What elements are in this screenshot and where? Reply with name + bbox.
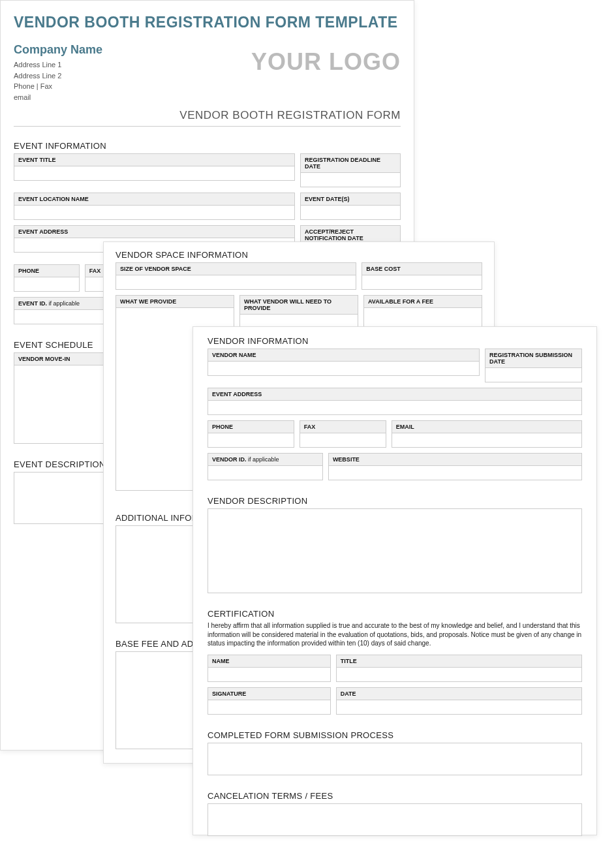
input-date[interactable]	[336, 700, 582, 715]
field-vendor-address: EVENT ADDRESS	[208, 388, 582, 415]
label-vendor-name: VENDOR NAME	[208, 349, 480, 362]
label-signature: SIGNATURE	[208, 687, 331, 700]
field-vendor-id: VENDOR ID. if applicable	[208, 453, 323, 480]
input-signature[interactable]	[208, 700, 331, 715]
label-vendor-email: EMAIL	[392, 420, 582, 433]
label-event-location: EVENT LOCATION NAME	[14, 193, 295, 206]
form-title: VENDOR BOOTH REGISTRATION FORM	[14, 109, 401, 122]
input-submission[interactable]	[208, 743, 582, 775]
input-event-id[interactable]	[14, 310, 106, 324]
label-base-cost: BASE COST	[362, 262, 482, 275]
label-event-address: EVENT ADDRESS	[14, 225, 295, 238]
field-date: DATE	[336, 687, 582, 715]
input-event-title[interactable]	[14, 166, 295, 181]
field-name: NAME	[208, 655, 331, 682]
input-event-dates[interactable]	[300, 206, 401, 220]
input-base-cost[interactable]	[362, 275, 482, 290]
section-event-information: EVENT INFORMATION	[14, 141, 401, 151]
header-row: Company Name Address Line 1 Address Line…	[14, 43, 401, 102]
label-we-provide: WHAT WE PROVIDE	[116, 295, 234, 308]
address-line-2: Address Line 2	[14, 70, 102, 82]
input-size[interactable]	[116, 275, 356, 290]
section-certification: CERTIFICATION	[208, 609, 582, 619]
field-base-cost: BASE COST	[362, 262, 482, 290]
field-vendor-phone: PHONE	[208, 420, 294, 448]
field-vendor-fax: FAX	[300, 420, 386, 448]
field-submission	[208, 743, 582, 775]
label-event-dates: EVENT DATE(S)	[300, 193, 401, 206]
company-name: Company Name	[14, 43, 102, 57]
phone-fax: Phone | Fax	[14, 81, 102, 92]
field-reg-deadline: REGISTRATION DEADLINE DATE	[300, 153, 401, 187]
label-size: SIZE OF VENDOR SPACE	[116, 262, 356, 275]
field-vendor-email: EMAIL	[392, 420, 582, 448]
label-event-id: EVENT ID. if applicable	[14, 297, 106, 310]
field-event-location: EVENT LOCATION NAME	[14, 193, 295, 220]
logo-placeholder: YOUR LOGO	[251, 48, 401, 76]
certification-text: I hereby affirm that all information sup…	[208, 621, 582, 648]
label-vendor-provide: WHAT VENDOR WILL NEED TO PROVIDE	[239, 295, 358, 315]
field-phone: PHONE	[14, 264, 80, 292]
input-vendor-id[interactable]	[208, 466, 323, 480]
field-vendor-description	[208, 508, 582, 593]
section-vendor-info: VENDOR INFORMATION	[208, 336, 582, 346]
label-name: NAME	[208, 655, 331, 668]
company-block: Company Name Address Line 1 Address Line…	[14, 43, 102, 102]
field-event-title: EVENT TITLE	[14, 153, 295, 187]
input-phone[interactable]	[14, 277, 80, 292]
field-signature: SIGNATURE	[208, 687, 331, 715]
label-reg-submit: REGISTRATION SUBMISSION DATE	[485, 349, 582, 368]
label-vendor-fax: FAX	[300, 420, 386, 433]
field-event-dates: EVENT DATE(S)	[300, 193, 401, 220]
field-vendor-name: VENDOR NAME	[208, 349, 480, 382]
label-reg-deadline: REGISTRATION DEADLINE DATE	[300, 153, 401, 173]
field-vendor-movein: VENDOR MOVE-IN	[14, 352, 106, 444]
section-submission-process: COMPLETED FORM SUBMISSION PROCESS	[208, 730, 582, 740]
section-cancellation: CANCELATION TERMS / FEES	[208, 791, 582, 801]
field-event-id: EVENT ID. if applicable	[14, 297, 106, 324]
label-vendor-phone: PHONE	[208, 420, 294, 433]
input-event-description[interactable]	[14, 472, 106, 524]
page-3: VENDOR INFORMATION VENDOR NAME REGISTRAT…	[192, 326, 597, 835]
label-phone: PHONE	[14, 264, 80, 277]
input-name[interactable]	[208, 668, 331, 682]
field-reg-submit: REGISTRATION SUBMISSION DATE	[485, 349, 582, 382]
input-event-location[interactable]	[14, 206, 295, 220]
input-website[interactable]	[328, 466, 582, 480]
label-vendor-address: EVENT ADDRESS	[208, 388, 582, 401]
input-title[interactable]	[336, 668, 582, 682]
field-website: WEBSITE	[328, 453, 582, 480]
label-date: DATE	[336, 687, 582, 700]
input-vendor-fax[interactable]	[300, 433, 386, 448]
input-cancellation[interactable]	[208, 803, 582, 836]
field-cancellation	[208, 803, 582, 836]
input-reg-submit[interactable]	[485, 368, 582, 382]
input-vendor-address[interactable]	[208, 401, 582, 415]
template-title: VENDOR BOOTH REGISTRATION FORM TEMPLATE	[14, 14, 401, 31]
input-vendor-description[interactable]	[208, 508, 582, 593]
input-vendor-phone[interactable]	[208, 433, 294, 448]
field-title: TITLE	[336, 655, 582, 682]
label-title: TITLE	[336, 655, 582, 668]
divider	[14, 126, 401, 127]
field-event-description	[14, 472, 106, 524]
input-vendor-name[interactable]	[208, 362, 480, 376]
field-size: SIZE OF VENDOR SPACE	[116, 262, 356, 290]
label-event-title: EVENT TITLE	[14, 153, 295, 166]
input-vendor-email[interactable]	[392, 433, 582, 448]
label-website: WEBSITE	[328, 453, 582, 466]
section-vendor-description: VENDOR DESCRIPTION	[208, 496, 582, 506]
label-vendor-movein: VENDOR MOVE-IN	[14, 352, 106, 365]
label-for-fee: AVAILABLE FOR A FEE	[363, 295, 482, 308]
input-reg-deadline[interactable]	[300, 173, 401, 187]
section-vendor-space: VENDOR SPACE INFORMATION	[116, 250, 482, 260]
address-line-1: Address Line 1	[14, 59, 102, 70]
email: email	[14, 92, 102, 103]
input-vendor-movein[interactable]	[14, 365, 106, 444]
label-vendor-id: VENDOR ID. if applicable	[208, 453, 323, 466]
